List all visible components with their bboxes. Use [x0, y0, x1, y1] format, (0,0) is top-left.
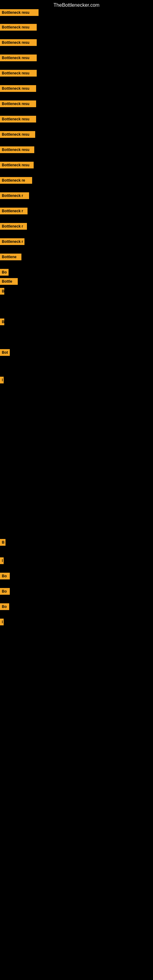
bottleneck-item-6[interactable]: Bottleneck resu: [0, 100, 36, 107]
bottleneck-item-16[interactable]: Bottlene: [0, 254, 21, 260]
bottleneck-item-8[interactable]: Bottleneck resu: [0, 131, 35, 138]
bottleneck-item-22[interactable]: l: [0, 377, 4, 383]
bottleneck-item-4[interactable]: Bottleneck resu: [0, 70, 37, 76]
bottleneck-item-18[interactable]: Bottle: [0, 278, 18, 285]
site-title: TheBottlenecker.com: [0, 0, 153, 10]
bottleneck-item-21[interactable]: Bot: [0, 349, 10, 356]
bottleneck-item-3[interactable]: Bottleneck resu: [0, 54, 37, 61]
bottleneck-item-7[interactable]: Bottleneck resu: [0, 116, 36, 123]
bottleneck-item-14[interactable]: Bottleneck r: [0, 223, 27, 230]
bottleneck-item-19[interactable]: B: [0, 288, 4, 294]
bottleneck-item-1[interactable]: Bottleneck resu: [0, 24, 37, 30]
bottleneck-item-20[interactable]: B: [0, 318, 4, 325]
bottleneck-item-9[interactable]: Bottleneck resu: [0, 146, 34, 153]
bottleneck-item-15[interactable]: Bottleneck r: [0, 238, 24, 245]
bottleneck-item-26[interactable]: Bo: [0, 588, 10, 595]
bottleneck-item-0[interactable]: Bottleneck resu: [0, 9, 38, 16]
bottleneck-item-25[interactable]: Bo: [0, 573, 10, 579]
bottleneck-item-12[interactable]: Bottleneck r: [0, 192, 29, 199]
bottleneck-item-23[interactable]: B: [0, 539, 5, 546]
bottleneck-item-13[interactable]: Bottleneck r: [0, 208, 27, 215]
bottleneck-item-27[interactable]: Bo: [0, 603, 9, 610]
bottleneck-item-10[interactable]: Bottleneck resu: [0, 162, 33, 169]
bottleneck-item-11[interactable]: Bottleneck re: [0, 177, 32, 184]
bottleneck-item-5[interactable]: Bottleneck resu: [0, 85, 36, 92]
bottleneck-item-17[interactable]: Bo: [0, 269, 9, 275]
bottleneck-item-28[interactable]: I: [0, 619, 4, 625]
bottleneck-item-2[interactable]: Bottleneck resu: [0, 39, 37, 46]
bottleneck-item-24[interactable]: I: [0, 557, 4, 564]
